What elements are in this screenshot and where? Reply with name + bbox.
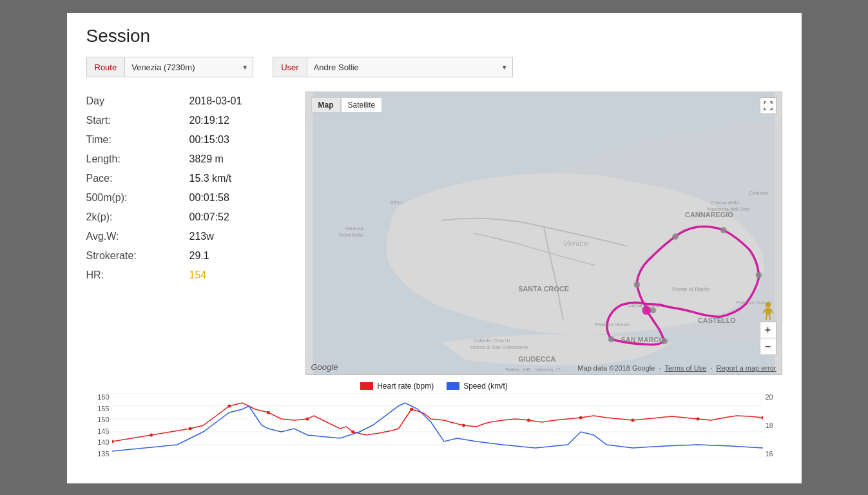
- svg-point-43: [188, 427, 191, 431]
- map-tab-button[interactable]: Map: [311, 97, 341, 113]
- svg-point-44: [227, 405, 231, 408]
- svg-line-33: [766, 315, 767, 320]
- svg-point-27: [608, 336, 614, 342]
- svg-text:Venezia: Venezia: [345, 226, 363, 231]
- user-select[interactable]: Andre Sollie: [307, 57, 513, 77]
- map-background: CANNAREGIO SANTA CROCE SAN MARCO CASTELL…: [306, 92, 782, 374]
- speed-color-box: [447, 382, 459, 390]
- chart-legend: Heart rate (bpm) Speed (km/t): [86, 382, 782, 391]
- svg-text:SANTA CROCE: SANTA CROCE: [518, 285, 569, 293]
- stat-row-length: Length: 3829 m: [86, 150, 286, 169]
- svg-line-32: [771, 309, 773, 313]
- start-value: 20:19:12: [189, 111, 286, 130]
- street-view-person[interactable]: [760, 301, 776, 322]
- user-select-wrapper[interactable]: Andre Sollie: [307, 57, 513, 77]
- svg-point-42: [149, 434, 153, 437]
- svg-text:Catholic Church: Catholic Church: [473, 338, 510, 344]
- svg-point-51: [579, 416, 582, 420]
- satellite-tab-button[interactable]: Satellite: [341, 97, 383, 113]
- zoom-controls: + −: [760, 322, 776, 355]
- svg-point-46: [305, 418, 309, 421]
- pace-value: 15.3 km/t: [189, 169, 286, 188]
- svg-text:Chiesa della: Chiesa della: [710, 200, 738, 206]
- route-label: Route: [86, 57, 125, 77]
- hr-value: 154: [189, 266, 286, 285]
- route-select-wrapper[interactable]: Venezia (7230m): [124, 57, 253, 77]
- hr-label: HR:: [86, 266, 189, 285]
- svg-text:Palazzo Grassi: Palazzo Grassi: [595, 322, 630, 327]
- time-value: 00:15:03: [189, 130, 286, 150]
- user-filter-group: User Andre Sollie: [273, 57, 512, 77]
- stat-row-pace: Pace: 15.3 km/t: [86, 169, 286, 188]
- route-filter-group: Route Venezia (7230m): [86, 57, 254, 77]
- chart-svg: [112, 393, 763, 458]
- svg-text:GIUDECCA: GIUDECCA: [518, 355, 555, 363]
- svg-point-41: [112, 440, 114, 443]
- zoom-out-button[interactable]: −: [760, 338, 776, 355]
- svg-text:SR11: SR11: [390, 200, 403, 206]
- pace500-label: 500m(p):: [86, 188, 189, 208]
- fullscreen-icon: [764, 101, 773, 110]
- route-select[interactable]: Venezia (7230m): [124, 57, 253, 77]
- svg-point-49: [461, 424, 465, 427]
- venice-map-svg: CANNAREGIO SANTA CROCE SAN MARCO CASTELL…: [306, 92, 782, 374]
- svg-point-52: [631, 419, 634, 422]
- svg-point-24: [720, 227, 726, 233]
- svg-point-22: [661, 338, 668, 344]
- hr-color-box: [360, 382, 373, 390]
- stat-row-time: Time: 00:15:03: [86, 130, 286, 150]
- chart-svg-area: [112, 393, 763, 458]
- pace-label: Pace:: [86, 169, 189, 188]
- svg-point-29: [766, 302, 771, 307]
- avgw-value: 213w: [189, 227, 286, 246]
- map-controls: Map Satellite: [311, 97, 383, 113]
- stat-row-avgw: Avg.W: 213w: [86, 227, 286, 246]
- length-value: 3829 m: [189, 150, 286, 169]
- length-label: Length:: [86, 150, 189, 169]
- map-container: CANNAREGIO SANTA CROCE SAN MARCO CASTELL…: [305, 92, 782, 375]
- day-value: 2018-03-01: [189, 92, 286, 111]
- fullscreen-button[interactable]: [760, 97, 776, 114]
- speed-legend-label: Speed (km/t): [463, 382, 508, 391]
- filter-bar: Route Venezia (7230m) User Andre Sollie: [86, 57, 782, 77]
- chart-y-left-axis: 160 155 150 145 140 135: [86, 393, 112, 458]
- hr-legend-label: Heart rate (bpm): [377, 382, 434, 391]
- pace2k-label: 2k(p):: [86, 208, 189, 227]
- strokerate-label: Strokerate:: [86, 246, 189, 266]
- svg-text:chiesa di San Sebastiano: chiesa di San Sebastiano: [470, 344, 528, 350]
- strokerate-value: 29.1: [189, 246, 286, 266]
- day-label: Day: [86, 92, 189, 111]
- stat-row-hr: HR: 154: [86, 266, 286, 285]
- svg-point-47: [351, 431, 354, 434]
- stat-row-pace2k: 2k(p): 00:07:52: [86, 208, 286, 227]
- svg-text:Cimitero: Cimitero: [749, 190, 768, 196]
- pace2k-value: 00:07:52: [189, 208, 286, 227]
- terms-link[interactable]: Terms of Use: [664, 364, 706, 372]
- svg-point-23: [755, 272, 762, 278]
- chart-area: Heart rate (bpm) Speed (km/t) 160 155 15…: [86, 382, 782, 459]
- svg-text:Ponte di Rialto: Ponte di Rialto: [672, 286, 709, 293]
- zoom-in-button[interactable]: +: [760, 322, 776, 338]
- svg-text:Rabac, HR - Venezia, IT: Rabac, HR - Venezia, IT: [505, 367, 561, 373]
- svg-text:Venice: Venice: [563, 238, 588, 248]
- stat-row-pace500: 500m(p): 00:01:58: [86, 188, 286, 208]
- stats-panel: Day 2018-03-01 Start: 20:19:12 Time: 00:…: [86, 92, 286, 375]
- start-label: Start:: [86, 111, 189, 130]
- legend-speed: Speed (km/t): [447, 382, 508, 391]
- stat-row-day: Day 2018-03-01: [86, 92, 286, 111]
- main-container: Session Route Venezia (7230m) User Andre…: [67, 13, 802, 483]
- stats-table: Day 2018-03-01 Start: 20:19:12 Time: 00:…: [86, 92, 286, 285]
- svg-point-26: [633, 282, 640, 288]
- legend-hr: Heart rate (bpm): [360, 382, 434, 391]
- chart-container: 160 155 150 145 140 135: [86, 393, 782, 458]
- svg-text:CASTELLO: CASTELLO: [697, 316, 735, 324]
- svg-line-34: [769, 315, 770, 320]
- report-link[interactable]: Report a map error: [717, 364, 776, 372]
- svg-point-50: [526, 419, 530, 422]
- svg-rect-30: [766, 308, 771, 315]
- svg-point-28: [642, 306, 651, 315]
- svg-point-48: [410, 408, 413, 411]
- svg-point-25: [672, 233, 679, 240]
- map-data-text: Map data ©2018 Google: [577, 364, 655, 372]
- chart-y-right-axis: 20 18 16: [763, 393, 782, 458]
